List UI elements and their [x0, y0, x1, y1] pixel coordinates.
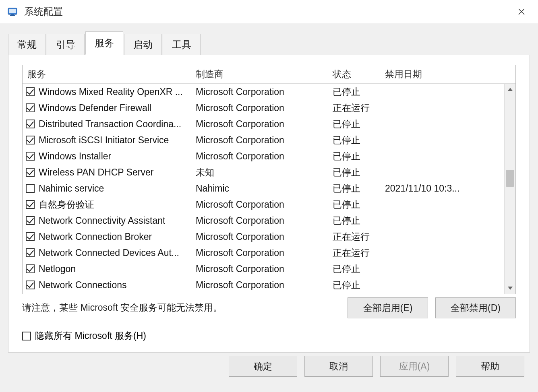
service-checkbox[interactable] — [26, 216, 35, 225]
service-status: 正在运行 — [333, 247, 385, 259]
scroll-up-arrow-icon[interactable] — [505, 84, 515, 95]
scroll-thumb[interactable] — [506, 170, 514, 187]
tab-strip: 常规 引导 服务 启动 工具 — [0, 31, 538, 55]
column-header-manufacturer[interactable]: 制造商 — [196, 68, 333, 80]
tab-services[interactable]: 服务 — [85, 31, 123, 55]
table-row[interactable]: Windows Defender FirewallMicrosoft Corpo… — [23, 100, 515, 116]
window-title: 系统配置 — [24, 5, 63, 18]
titlebar: 系统配置 — [0, 0, 538, 23]
service-name: Network Connected Devices Aut... — [39, 248, 179, 258]
service-checkbox[interactable] — [26, 168, 35, 177]
hide-microsoft-label: 隐藏所有 Microsoft 服务(H) — [35, 330, 146, 342]
service-name: Network Connection Broker — [39, 231, 152, 242]
service-status: 已停止 — [333, 263, 385, 275]
svg-rect-3 — [10, 15, 15, 16]
tab-boot[interactable]: 引导 — [47, 34, 85, 55]
table-row[interactable]: Network Connectivity AssistantMicrosoft … — [23, 213, 515, 229]
service-status: 已停止 — [333, 279, 385, 291]
service-name: Network Connections — [39, 280, 127, 291]
service-checkbox[interactable] — [26, 136, 35, 144]
service-name: Distributed Transaction Coordina... — [39, 119, 181, 130]
table-row[interactable]: NetlogonMicrosoft Corporation已停止 — [23, 261, 515, 277]
close-button[interactable] — [512, 2, 531, 21]
security-note: 请注意，某些 Microsoft 安全服务可能无法禁用。 — [22, 297, 222, 314]
table-row[interactable]: 自然身份验证Microsoft Corporation已停止 — [23, 196, 515, 213]
table-row[interactable]: Windows InstallerMicrosoft Corporation已停… — [23, 148, 515, 164]
service-checkbox[interactable] — [26, 103, 35, 112]
table-row[interactable]: Network Connected Devices Aut...Microsof… — [23, 245, 515, 261]
vertical-scrollbar[interactable] — [504, 84, 515, 294]
apply-button[interactable]: 应用(A) — [380, 356, 449, 377]
column-header-disable-date[interactable]: 禁用日期 — [385, 68, 515, 80]
table-row[interactable]: Windows Mixed Reality OpenXR ...Microsof… — [23, 84, 515, 100]
service-status: 已停止 — [333, 166, 385, 179]
service-name: Windows Installer — [39, 151, 111, 162]
table-row[interactable]: Network Connection BrokerMicrosoft Corpo… — [23, 229, 515, 245]
service-name: Nahimic service — [39, 183, 104, 194]
app-icon — [7, 6, 19, 18]
service-manufacturer: Microsoft Corporation — [196, 119, 333, 130]
service-status: 已停止 — [333, 86, 385, 98]
hide-microsoft-checkbox[interactable] — [22, 332, 31, 340]
service-name: Microsoft iSCSI Initiator Service — [39, 135, 169, 146]
service-status: 已停止 — [333, 150, 385, 163]
service-checkbox[interactable] — [26, 152, 35, 161]
cancel-button[interactable]: 取消 — [304, 356, 373, 377]
service-name: Wireless PAN DHCP Server — [39, 167, 153, 178]
service-manufacturer: Microsoft Corporation — [196, 199, 333, 210]
service-name: Windows Defender Firewall — [39, 103, 151, 113]
scroll-track[interactable] — [505, 95, 515, 283]
service-status: 正在运行 — [333, 231, 385, 243]
service-status: 已停止 — [333, 118, 385, 130]
service-status: 已停止 — [333, 198, 385, 211]
service-manufacturer: Microsoft Corporation — [196, 248, 333, 258]
enable-all-button[interactable]: 全部启用(E) — [348, 297, 428, 318]
service-checkbox[interactable] — [26, 281, 35, 289]
services-listbox: 服务 制造商 状态 禁用日期 Windows Mixed Reality Ope… — [22, 65, 516, 294]
service-checkbox[interactable] — [26, 87, 35, 96]
ok-button[interactable]: 确定 — [229, 356, 297, 377]
service-manufacturer: Microsoft Corporation — [196, 231, 333, 242]
service-manufacturer: Nahimic — [196, 183, 333, 194]
service-checkbox[interactable] — [26, 232, 35, 241]
service-status: 已停止 — [333, 134, 385, 146]
service-status: 正在运行 — [333, 102, 385, 114]
service-name: Windows Mixed Reality OpenXR ... — [39, 87, 183, 97]
hide-microsoft-row: 隐藏所有 Microsoft 服务(H) — [22, 330, 516, 342]
service-manufacturer: Microsoft Corporation — [196, 103, 333, 113]
table-row[interactable]: Wireless PAN DHCP Server未知已停止 — [23, 164, 515, 180]
service-manufacturer: Microsoft Corporation — [196, 151, 333, 162]
services-panel: 服务 制造商 状态 禁用日期 Windows Mixed Reality Ope… — [8, 55, 530, 353]
table-row[interactable]: Nahimic serviceNahimic已停止2021/11/10 10:3… — [23, 180, 515, 196]
svg-rect-2 — [11, 14, 14, 15]
column-header-service[interactable]: 服务 — [23, 68, 196, 80]
service-manufacturer: Microsoft Corporation — [196, 87, 333, 97]
service-name: Netlogon — [39, 264, 76, 274]
service-manufacturer: Microsoft Corporation — [196, 135, 333, 146]
scroll-down-arrow-icon[interactable] — [505, 283, 515, 294]
service-manufacturer: Microsoft Corporation — [196, 215, 333, 226]
disable-all-button[interactable]: 全部禁用(D) — [435, 297, 516, 318]
under-list-row: 请注意，某些 Microsoft 安全服务可能无法禁用。 全部启用(E) 全部禁… — [22, 297, 516, 318]
service-manufacturer: 未知 — [196, 166, 333, 179]
dialog-buttons: 确定 取消 应用(A) 帮助 — [0, 354, 538, 377]
table-row[interactable]: Network ConnectionsMicrosoft Corporation… — [23, 277, 515, 293]
tab-startup[interactable]: 启动 — [124, 34, 162, 55]
service-checkbox[interactable] — [26, 264, 35, 273]
tab-general[interactable]: 常规 — [8, 34, 46, 55]
column-header-status[interactable]: 状态 — [333, 68, 385, 80]
service-checkbox[interactable] — [26, 200, 35, 209]
svg-rect-1 — [9, 9, 16, 13]
table-row[interactable]: Distributed Transaction Coordina...Micro… — [23, 116, 515, 132]
list-body: Windows Mixed Reality OpenXR ...Microsof… — [23, 84, 515, 294]
service-name: Network Connectivity Assistant — [39, 215, 165, 226]
tab-tools[interactable]: 工具 — [163, 34, 201, 55]
service-checkbox[interactable] — [26, 184, 35, 193]
service-checkbox[interactable] — [26, 248, 35, 257]
table-row[interactable]: Microsoft iSCSI Initiator ServiceMicroso… — [23, 132, 515, 148]
service-checkbox[interactable] — [26, 120, 35, 128]
service-status: 已停止 — [333, 182, 385, 195]
list-header: 服务 制造商 状态 禁用日期 — [23, 65, 515, 84]
service-disable-date: 2021/11/10 10:3... — [385, 183, 515, 194]
help-button[interactable]: 帮助 — [456, 356, 524, 377]
